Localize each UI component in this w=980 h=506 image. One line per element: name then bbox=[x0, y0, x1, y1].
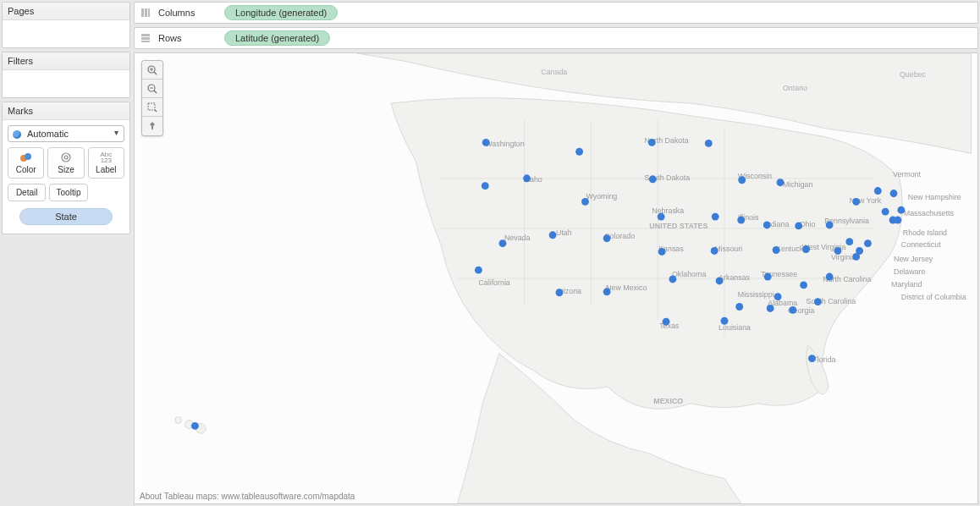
columns-shelf[interactable]: Columns Longitude (generated) bbox=[134, 2, 978, 24]
data-point[interactable] bbox=[874, 187, 882, 195]
state-label: Wyoming bbox=[586, 192, 617, 201]
state-label: Connecticut bbox=[901, 240, 941, 249]
label-button[interactable]: Abc123 Label bbox=[88, 147, 124, 179]
pin-button[interactable] bbox=[142, 117, 162, 135]
state-label: California bbox=[478, 278, 509, 287]
color-button[interactable]: Color bbox=[8, 147, 44, 179]
data-point[interactable] bbox=[802, 245, 810, 253]
data-point[interactable] bbox=[658, 213, 665, 221]
data-point[interactable] bbox=[767, 305, 774, 312]
zoom-in-button[interactable] bbox=[142, 61, 162, 80]
data-point[interactable] bbox=[894, 217, 901, 224]
data-point[interactable] bbox=[523, 174, 531, 182]
size-icon bbox=[58, 151, 74, 163]
data-point[interactable] bbox=[482, 139, 490, 146]
zoom-out-button[interactable] bbox=[142, 80, 162, 98]
data-point[interactable] bbox=[738, 176, 746, 184]
svg-rect-7 bbox=[141, 34, 150, 36]
data-point[interactable] bbox=[712, 213, 719, 221]
data-point[interactable] bbox=[777, 179, 785, 186]
mark-type-dropdown[interactable]: Automatic bbox=[8, 125, 124, 142]
state-label: Rhode Island bbox=[903, 228, 947, 237]
marks-card: Marks Automatic Color Size bbox=[2, 102, 130, 234]
tooltip-label: Tooltip bbox=[57, 188, 81, 197]
data-point[interactable] bbox=[482, 182, 489, 190]
map-attribution: About Tableau maps: www.tableausoftware.… bbox=[140, 492, 355, 501]
data-point[interactable] bbox=[603, 288, 611, 295]
filters-body[interactable] bbox=[3, 70, 129, 97]
map-toolbar bbox=[141, 60, 163, 136]
data-point[interactable] bbox=[852, 198, 860, 206]
map-view[interactable]: Canada Ontario Quebec UNITED STATES MEXI… bbox=[134, 52, 978, 504]
data-point[interactable] bbox=[882, 208, 889, 216]
data-point[interactable] bbox=[648, 139, 656, 146]
data-point[interactable] bbox=[663, 318, 670, 326]
data-point[interactable] bbox=[556, 289, 564, 296]
data-point[interactable] bbox=[721, 317, 729, 325]
state-label: Maryland bbox=[891, 280, 922, 289]
svg-rect-4 bbox=[141, 8, 144, 17]
data-point[interactable] bbox=[795, 223, 802, 230]
state-pill[interactable]: State bbox=[19, 208, 113, 225]
data-point[interactable] bbox=[814, 298, 822, 305]
data-point[interactable] bbox=[716, 278, 724, 285]
data-point[interactable] bbox=[773, 246, 780, 254]
svg-line-11 bbox=[154, 72, 157, 74]
columns-label: Columns bbox=[158, 8, 217, 18]
data-point[interactable] bbox=[897, 206, 905, 214]
data-point[interactable] bbox=[581, 198, 589, 206]
data-point[interactable] bbox=[711, 247, 718, 255]
svg-point-1 bbox=[25, 153, 31, 160]
data-point[interactable] bbox=[763, 222, 771, 229]
data-point[interactable] bbox=[735, 303, 743, 311]
tooltip-button[interactable]: Tooltip bbox=[49, 184, 87, 201]
data-point[interactable] bbox=[764, 273, 772, 281]
detail-button[interactable]: Detail bbox=[8, 184, 46, 201]
data-point[interactable] bbox=[737, 217, 745, 224]
state-label: Oklahoma bbox=[672, 270, 706, 278]
detail-label: Detail bbox=[16, 188, 38, 197]
pages-title: Pages bbox=[3, 3, 129, 20]
filters-card: Filters bbox=[2, 52, 130, 98]
state-label: South Carolina bbox=[807, 297, 856, 305]
data-point[interactable] bbox=[800, 281, 807, 289]
data-point[interactable] bbox=[845, 238, 853, 245]
columns-pill[interactable]: Longitude (generated) bbox=[224, 5, 338, 20]
pages-body[interactable] bbox=[3, 20, 129, 47]
state-label: New Jersey bbox=[894, 255, 933, 263]
data-point[interactable] bbox=[808, 355, 816, 362]
size-label: Size bbox=[58, 165, 74, 174]
map-canvas[interactable]: Canada Ontario Quebec UNITED STATES MEXI… bbox=[135, 53, 977, 503]
data-point[interactable] bbox=[774, 293, 782, 300]
data-point[interactable] bbox=[603, 234, 611, 242]
data-point[interactable] bbox=[191, 422, 199, 430]
data-point[interactable] bbox=[499, 239, 507, 247]
data-point[interactable] bbox=[826, 222, 834, 229]
svg-point-2 bbox=[62, 153, 70, 162]
data-point[interactable] bbox=[475, 267, 482, 274]
data-point[interactable] bbox=[852, 253, 860, 261]
size-button[interactable]: Size bbox=[47, 147, 84, 179]
data-point[interactable] bbox=[864, 239, 872, 247]
data-point[interactable] bbox=[549, 231, 557, 239]
svg-rect-17 bbox=[148, 103, 155, 110]
state-label: New Mexico bbox=[606, 283, 647, 292]
data-point[interactable] bbox=[705, 140, 713, 147]
state-label: Michigan bbox=[783, 180, 813, 189]
data-point[interactable] bbox=[789, 306, 796, 314]
label-ontario: Ontario bbox=[783, 84, 807, 92]
data-point[interactable] bbox=[890, 190, 898, 197]
state-label: Vermont bbox=[893, 170, 922, 179]
rows-pill[interactable]: Latitude (generated) bbox=[224, 30, 330, 46]
left-panel: Pages Filters Marks Automatic Color bbox=[0, 0, 132, 506]
data-point[interactable] bbox=[575, 148, 583, 156]
label-us: UNITED STATES bbox=[649, 222, 707, 230]
data-point[interactable] bbox=[834, 247, 842, 255]
zoom-area-button[interactable] bbox=[142, 98, 162, 117]
data-point[interactable] bbox=[826, 273, 834, 281]
data-point[interactable] bbox=[669, 276, 676, 283]
rows-shelf[interactable]: Rows Latitude (generated) bbox=[134, 27, 978, 49]
data-point[interactable] bbox=[658, 248, 666, 256]
data-point[interactable] bbox=[649, 175, 657, 183]
state-label: New Hampshire bbox=[908, 193, 961, 201]
